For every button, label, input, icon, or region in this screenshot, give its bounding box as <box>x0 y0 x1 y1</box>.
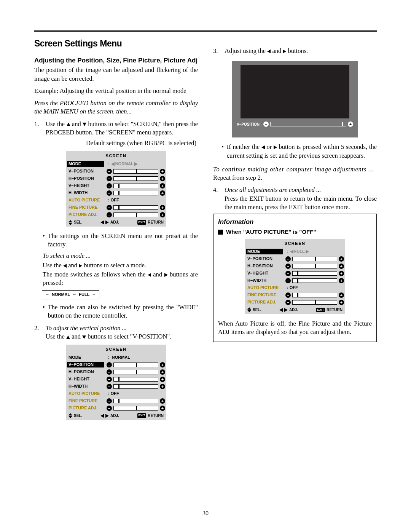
mode-cycle-diagram: →NORMAL↔FULL← <box>42 290 99 299</box>
information-title: Information <box>218 218 372 227</box>
preview-panel: V–POSITION – + <box>232 61 358 137</box>
down-triangle-icon <box>68 416 72 418</box>
plus-icon: + <box>339 300 344 305</box>
up-triangle-icon <box>68 220 72 222</box>
plus-icon: + <box>348 121 353 127</box>
osd-v-position: V–POSITION <box>67 168 104 174</box>
osd-fine-picture: FINE PICTURE <box>246 292 283 298</box>
plus-icon: + <box>160 190 165 196</box>
step-3: 3. Adjust using the and buttons. <box>213 47 377 55</box>
left-triangle-icon <box>261 145 265 149</box>
osd-h-width: H–WIDTH <box>67 190 104 196</box>
minus-icon: – <box>285 256 291 262</box>
right-triangle-icon <box>284 308 288 312</box>
osd-v-position: V–POSITION <box>67 362 104 367</box>
plus-icon: + <box>160 398 165 404</box>
right-triangle-icon <box>306 250 309 254</box>
down-triangle-icon <box>247 310 251 312</box>
osd-sel: SEL. <box>74 220 82 225</box>
osd-auto-picture: AUTO PICTURE <box>246 285 283 291</box>
osd-h-position: H–POSITION <box>246 263 283 269</box>
minus-icon: – <box>285 271 291 276</box>
left-triangle-icon <box>63 264 67 268</box>
example-text: Example: Adjusting the vertical position… <box>34 87 198 95</box>
osd-v-height: V–HEIGHT <box>67 183 104 189</box>
step-1: 1. Use the and buttons to select "SCREEN… <box>34 120 198 137</box>
step-2-head: To adjust the vertical position ... <box>46 324 171 332</box>
down-triangle-icon <box>83 123 86 126</box>
minus-icon: – <box>107 169 112 174</box>
plus-icon: + <box>160 212 165 217</box>
osd-mode-label: MODE <box>67 355 104 360</box>
osd-picture-adj: PICTURE ADJ. <box>67 212 104 217</box>
right-triangle-icon <box>79 264 82 268</box>
osd-h-width: H–WIDTH <box>246 278 283 283</box>
select-mode-head: To select a mode ... <box>34 252 198 260</box>
step-2-body: Use the and buttons to select "V-POSITIO… <box>46 332 171 341</box>
page-number: 30 <box>0 510 411 517</box>
plus-icon: + <box>160 176 165 181</box>
minus-icon: – <box>107 183 112 189</box>
section-subhead: Adjusting the Position, Size, Fine Pictu… <box>34 56 198 64</box>
osd-return: RETURN <box>148 220 164 225</box>
left-triangle-icon <box>148 273 151 277</box>
osd-menu-vposition: SCREEN MODE : NORMAL V–POSITION–+ H–POSI… <box>66 345 166 420</box>
right-triangle-icon <box>274 145 277 149</box>
exit-pill-icon: EXIT <box>137 413 147 418</box>
left-triangle-icon <box>290 250 293 254</box>
right-triangle-icon <box>105 414 109 418</box>
page-title: Screen Settings Menu <box>34 38 198 50</box>
note-5sec: • If neither the or button is pressed wi… <box>213 143 377 160</box>
minus-icon: – <box>107 212 112 217</box>
step-1-number: 1. <box>34 120 43 137</box>
left-triangle-icon <box>100 220 104 224</box>
info-body: When Auto Picture is off, the Fine Pictu… <box>218 320 372 337</box>
preview-label: V–POSITION <box>237 122 260 127</box>
bullet-icon: • <box>43 232 45 249</box>
plus-icon: + <box>339 278 344 283</box>
left-triangle-icon <box>100 414 104 418</box>
plus-icon: + <box>160 362 165 367</box>
up-triangle-icon <box>247 307 251 310</box>
osd-adj: ADJ. <box>110 220 119 225</box>
continue-body: Repeat from step 2. <box>213 174 377 182</box>
minus-icon: – <box>107 369 112 375</box>
osd-mode-value: :NORMAL <box>104 161 165 167</box>
osd-h-width: H–WIDTH <box>67 383 104 389</box>
left-triangle-icon <box>279 308 283 312</box>
osd-auto-value: : OFF <box>104 197 165 203</box>
up-triangle-icon <box>68 413 72 415</box>
minus-icon: – <box>107 384 112 389</box>
plus-icon: + <box>160 169 165 174</box>
step-4-number: 4. <box>213 186 221 211</box>
press-proceed-text: Press the PROCEED button on the remote c… <box>34 99 198 116</box>
osd-mode-value: : NORMAL <box>104 355 165 360</box>
intro-text: The position of the image can be adjuste… <box>34 66 198 83</box>
plus-icon: + <box>160 369 165 375</box>
bullet-icon: • <box>43 303 45 320</box>
right-triangle-icon <box>105 220 109 224</box>
step-4-head: Once all adjustments are completed ... <box>225 186 377 194</box>
osd-fine-picture: FINE PICTURE <box>67 398 104 404</box>
osd-auto-picture: AUTO PICTURE <box>67 391 104 396</box>
note-wide-button: • The mode can also be switched by press… <box>34 303 198 320</box>
osd-h-position: H–POSITION <box>67 369 104 375</box>
osd-picture-adj: PICTURE ADJ. <box>67 405 104 411</box>
minus-icon: – <box>107 362 112 367</box>
minus-icon: – <box>285 300 291 305</box>
step1-caption: Default settings (when RGB/PC is selecte… <box>34 139 198 147</box>
preview-screen <box>241 65 349 118</box>
plus-icon: + <box>160 406 165 411</box>
exit-pill-icon: EXIT <box>137 220 147 225</box>
minus-icon: – <box>107 377 112 382</box>
minus-icon: – <box>285 278 291 283</box>
osd-picture-adj: PICTURE ADJ. <box>246 299 283 305</box>
osd-menu-default: SCREEN MODE :NORMAL V–POSITION–+ H–POSIT… <box>66 151 166 226</box>
information-box: Information When "AUTO PICTURE" is "OFF"… <box>213 214 377 342</box>
osd-v-height: V–HEIGHT <box>246 270 283 276</box>
plus-icon: + <box>339 271 344 276</box>
note-not-preset: • The settings on the SCREEN menu are no… <box>34 232 198 249</box>
osd-v-height: V–HEIGHT <box>67 376 104 382</box>
information-subhead: When "AUTO PICTURE" is "OFF" <box>218 228 372 236</box>
osd-v-position: V–POSITION <box>246 256 283 262</box>
